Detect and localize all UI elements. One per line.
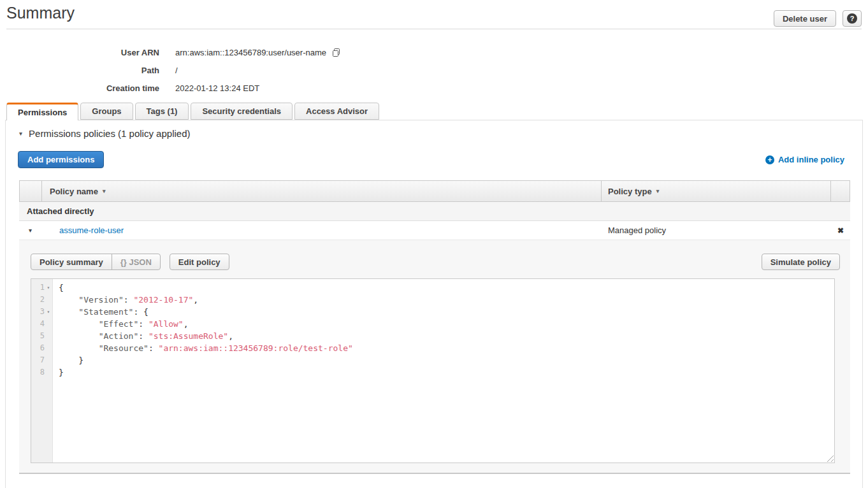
gutter-line: 6 bbox=[31, 342, 52, 354]
line-number: 6 bbox=[31, 342, 45, 354]
gutter-line: 1▾ bbox=[31, 282, 52, 294]
add-inline-policy-link[interactable]: + Add inline policy bbox=[765, 155, 844, 164]
code-token: , bbox=[184, 319, 189, 329]
policy-row: ▾ assume-role-user Managed policy ✖ bbox=[19, 221, 850, 240]
json-policy-editor[interactable]: 1▾23▾45678 { "Version": "2012-10-17", "S… bbox=[31, 278, 835, 463]
sort-caret-icon: ▾ bbox=[656, 188, 660, 194]
fold-caret-slot bbox=[45, 342, 52, 354]
editor-gutter: 1▾23▾45678 bbox=[31, 279, 53, 463]
plus-circle-icon: + bbox=[765, 155, 774, 164]
fold-caret-slot bbox=[45, 354, 52, 366]
tab-tags[interactable]: Tags (1) bbox=[135, 103, 189, 120]
policy-view-buttons: Policy summary {} JSON Edit policy bbox=[31, 254, 229, 270]
gutter-line: 8 bbox=[31, 366, 52, 378]
code-token: } bbox=[59, 355, 83, 365]
expand-column-header bbox=[20, 181, 41, 201]
code-token bbox=[59, 343, 99, 353]
delete-user-button[interactable]: Delete user bbox=[774, 10, 836, 27]
code-token: : bbox=[148, 343, 159, 353]
simulate-policy-button[interactable]: Simulate policy bbox=[762, 254, 840, 270]
section-heading-text: Permissions policies (1 policy applied) bbox=[29, 128, 190, 139]
code-token: "2012-10-17" bbox=[133, 295, 193, 305]
add-inline-policy-label: Add inline policy bbox=[778, 155, 844, 164]
attached-directly-group-row: Attached directly bbox=[19, 202, 850, 221]
line-number: 2 bbox=[31, 294, 45, 306]
policy-name-link[interactable]: assume-role-user bbox=[59, 226, 124, 235]
remove-policy-icon[interactable]: ✖ bbox=[831, 226, 850, 235]
line-number: 4 bbox=[31, 318, 45, 330]
iam-user-summary-page: Summary Delete user ? User ARN arn:aws:i… bbox=[0, 0, 868, 488]
json-view-button[interactable]: {} JSON bbox=[112, 254, 161, 270]
line-number: 3 bbox=[31, 306, 45, 318]
path-value: / bbox=[175, 66, 178, 75]
help-icon: ? bbox=[847, 13, 857, 24]
code-token bbox=[59, 295, 78, 305]
code-token: "Effect" bbox=[99, 319, 139, 329]
policy-name-cell: assume-role-user bbox=[41, 226, 602, 235]
policy-summary-button[interactable]: Policy summary bbox=[31, 254, 112, 270]
fold-caret-icon[interactable]: ▾ bbox=[45, 306, 52, 318]
policy-detail-expanded-row: Policy summary {} JSON Edit policy Simul… bbox=[19, 240, 850, 474]
code-line: "Version": "2012-10-17", bbox=[59, 294, 834, 306]
title-divider bbox=[6, 29, 862, 29]
code-line: { bbox=[59, 282, 834, 294]
code-token: : bbox=[138, 331, 148, 341]
user-arn-row: User ARN arn:aws:iam::123456789:user/use… bbox=[0, 43, 341, 61]
page-title: Summary bbox=[6, 4, 75, 22]
header-actions: Delete user ? bbox=[774, 10, 862, 27]
policy-type-column-header[interactable]: Policy type ▾ bbox=[601, 181, 830, 201]
fold-caret-icon[interactable]: ▾ bbox=[45, 282, 52, 294]
row-expand-caret-icon[interactable]: ▾ bbox=[19, 227, 41, 234]
tab-security-credentials[interactable]: Security credentials bbox=[191, 103, 293, 120]
path-label: Path bbox=[0, 66, 159, 75]
policy-name-column-header[interactable]: Policy name ▾ bbox=[41, 181, 601, 201]
code-token: : bbox=[138, 319, 148, 329]
code-token: "Action" bbox=[99, 331, 139, 341]
fold-caret-slot bbox=[45, 330, 52, 342]
creation-time-row: Creation time 2022-01-12 13:24 EDT bbox=[0, 79, 341, 97]
add-permissions-button[interactable]: Add permissions bbox=[18, 151, 104, 168]
tab-groups[interactable]: Groups bbox=[80, 103, 133, 120]
fold-caret-slot bbox=[45, 318, 52, 330]
user-arn-value: arn:aws:iam::123456789:user/user-name bbox=[175, 48, 341, 57]
path-row: Path / bbox=[0, 61, 341, 79]
code-line: "Action": "sts:AssumeRole", bbox=[59, 330, 834, 342]
code-line: "Statement": { bbox=[59, 306, 834, 318]
tab-bar: Permissions Groups Tags (1) Security cre… bbox=[6, 103, 381, 120]
copy-icon[interactable] bbox=[331, 48, 341, 57]
permissions-tab-panel: ▾ Permissions policies (1 policy applied… bbox=[5, 120, 863, 488]
code-token: "arn:aws:iam::123456789:role/test-role" bbox=[159, 343, 353, 353]
code-line: } bbox=[59, 354, 834, 366]
code-token: "Version" bbox=[78, 295, 123, 305]
user-arn-label: User ARN bbox=[0, 48, 159, 57]
sort-caret-icon: ▾ bbox=[103, 188, 106, 194]
code-token bbox=[59, 307, 78, 317]
edit-policy-button[interactable]: Edit policy bbox=[170, 254, 229, 270]
help-button[interactable]: ? bbox=[843, 10, 862, 27]
line-number: 5 bbox=[31, 330, 45, 342]
permissions-policies-section-toggle[interactable]: ▾ Permissions policies (1 policy applied… bbox=[19, 128, 190, 139]
section-collapse-icon: ▾ bbox=[19, 130, 22, 137]
code-line: "Effect": "Allow", bbox=[59, 318, 834, 330]
code-token: , bbox=[228, 331, 233, 341]
code-token: "Resource" bbox=[99, 343, 148, 353]
creation-time-label: Creation time bbox=[0, 83, 159, 93]
code-token bbox=[59, 319, 99, 329]
code-line: "Resource": "arn:aws:iam::123456789:role… bbox=[59, 342, 834, 354]
gutter-line: 2 bbox=[31, 294, 52, 306]
line-number: 8 bbox=[31, 366, 45, 378]
code-token: : { bbox=[133, 307, 148, 317]
tab-permissions[interactable]: Permissions bbox=[6, 103, 78, 120]
gutter-line: 5 bbox=[31, 330, 52, 342]
actions-column-header bbox=[830, 181, 850, 201]
code-token: : bbox=[124, 295, 134, 305]
policy-table: Policy name ▾ Policy type ▾ Attached dir… bbox=[19, 180, 850, 474]
policy-type-cell: Managed policy bbox=[602, 226, 831, 235]
creation-time-value: 2022-01-12 13:24 EDT bbox=[175, 83, 259, 93]
code-token: "Statement" bbox=[78, 307, 133, 317]
tab-access-advisor[interactable]: Access Advisor bbox=[294, 103, 379, 120]
gutter-line: 3▾ bbox=[31, 306, 52, 318]
fold-caret-slot bbox=[45, 294, 52, 306]
line-number: 1 bbox=[31, 282, 45, 294]
code-line: } bbox=[59, 366, 834, 378]
